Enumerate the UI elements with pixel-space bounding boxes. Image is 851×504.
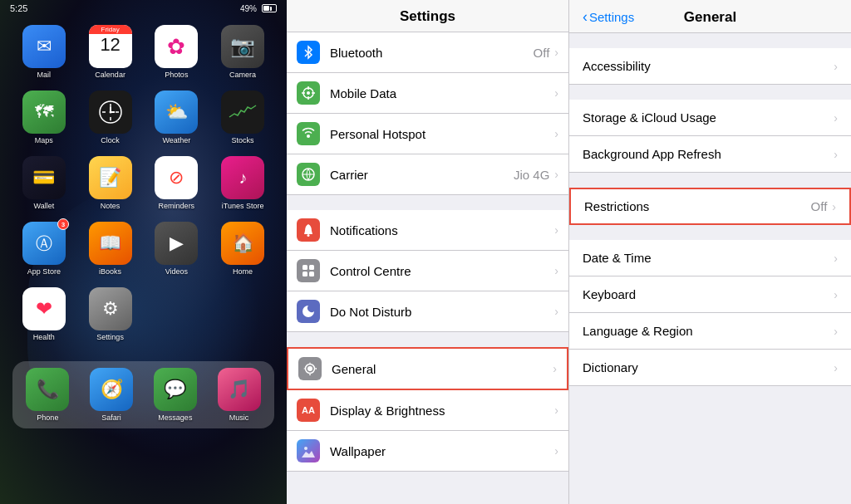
separator <box>287 195 568 210</box>
app-health[interactable]: ❤ Health <box>17 287 71 341</box>
general-row-datetime[interactable]: Date & Time › <box>569 240 851 276</box>
app-grid: ✉ Mail Friday 12 Calendar ✿ Photos 📷 Cam… <box>0 17 287 350</box>
datetime-label: Date & Time <box>583 251 834 265</box>
chevron-icon: › <box>832 200 836 213</box>
dock: 📞 Phone 🧭 Safari 💬 Messages 🎵 Music <box>12 361 274 428</box>
svg-point-25 <box>304 447 307 450</box>
app-reminders[interactable]: ⊘ Reminders <box>150 156 204 210</box>
restrictions-value: Off <box>811 199 828 213</box>
app-home[interactable]: 🏠 Home <box>215 222 270 276</box>
app-mail[interactable]: ✉ Mail <box>17 25 71 79</box>
donotdisturb-label: Do Not Disturb <box>330 305 554 319</box>
controlcentre-label: Control Centre <box>330 264 554 278</box>
battery-icon <box>262 4 277 12</box>
donotdisturb-icon <box>297 300 320 323</box>
settings-row-carrier[interactable]: Carrier Jio 4G › <box>287 154 568 195</box>
status-time: 5:25 <box>10 3 27 13</box>
settings-row-notifications[interactable]: Notifications › <box>287 210 568 251</box>
chevron-icon: › <box>834 288 838 301</box>
hotspot-icon <box>297 122 320 145</box>
bluetooth-label: Bluetooth <box>330 46 534 60</box>
carrier-value: Jio 4G <box>514 168 549 182</box>
svg-point-9 <box>307 91 310 95</box>
language-label: Language & Region <box>583 324 834 338</box>
app-maps[interactable]: 🗺 Maps <box>17 91 71 144</box>
status-bar: 5:25 49% <box>0 0 287 17</box>
separator <box>569 173 851 188</box>
general-row-dictionary[interactable]: Dictionary › <box>569 350 851 386</box>
back-label: Settings <box>589 10 634 24</box>
mobiledata-icon <box>297 81 320 105</box>
dock-safari[interactable]: 🧭 Safari <box>83 368 140 422</box>
storage-label: Storage & iCloud Usage <box>583 110 834 125</box>
settings-title: Settings <box>400 8 455 24</box>
settings-section-network: Bluetooth Off › Mobile Data › <box>287 32 568 195</box>
settings-row-displaybrightness[interactable]: AA Display & Brightness › <box>287 390 568 431</box>
chevron-icon: › <box>834 361 838 374</box>
svg-rect-21 <box>309 272 314 276</box>
general-row-keyboard[interactable]: Keyboard › <box>569 276 851 313</box>
controlcentre-icon <box>297 259 320 282</box>
chevron-icon: › <box>553 362 557 375</box>
app-itunes[interactable]: ♪ iTunes Store <box>215 156 270 210</box>
carrier-icon <box>297 163 320 186</box>
restrictions-row[interactable]: Restrictions Off › <box>569 188 851 225</box>
chevron-icon: › <box>554 168 558 181</box>
svg-point-17 <box>307 234 310 237</box>
general-icon <box>298 357 322 380</box>
settings-row-bluetooth[interactable]: Bluetooth Off › <box>287 32 568 73</box>
app-calendar[interactable]: Friday 12 Calendar <box>83 25 138 79</box>
app-wallet[interactable]: 💳 Wallet <box>17 156 71 210</box>
app-clock[interactable]: Clock <box>83 91 138 144</box>
general-row-accessibility[interactable]: Accessibility › <box>569 48 851 85</box>
dock-messages[interactable]: 💬 Messages <box>147 368 204 422</box>
svg-rect-19 <box>309 265 314 270</box>
chevron-icon: › <box>554 444 558 458</box>
settings-row-wallpaper[interactable]: Wallpaper › <box>287 431 568 472</box>
settings-row-controlcentre[interactable]: Control Centre › <box>287 251 568 291</box>
general-row-backgroundrefresh[interactable]: Background App Refresh › <box>569 136 851 173</box>
app-weather[interactable]: ⛅ Weather <box>150 91 204 144</box>
app-videos[interactable]: ▶ Videos <box>150 222 204 276</box>
chevron-icon: › <box>554 223 558 237</box>
settings-row-general[interactable]: General › <box>287 347 568 390</box>
backgroundrefresh-label: Background App Refresh <box>583 147 834 161</box>
svg-point-7 <box>109 111 111 114</box>
notifications-label: Notifications <box>330 223 554 237</box>
separator <box>569 33 851 48</box>
svg-rect-20 <box>303 272 307 276</box>
wallpaper-label: Wallpaper <box>330 444 554 458</box>
settings-row-mobiledata[interactable]: Mobile Data › <box>287 73 568 114</box>
mobiledata-label: Mobile Data <box>330 86 554 100</box>
bluetooth-icon <box>297 41 320 64</box>
app-ibooks[interactable]: 📖 iBooks <box>83 222 138 276</box>
svg-point-24 <box>308 367 312 371</box>
app-appstore[interactable]: Ⓐ 3 App Store <box>17 222 71 276</box>
displaybrightness-label: Display & Brightness <box>330 404 554 418</box>
settings-row-donotdisturb[interactable]: Do Not Disturb › <box>287 291 568 332</box>
chevron-icon: › <box>834 148 838 161</box>
svg-rect-18 <box>303 265 307 270</box>
app-camera[interactable]: 📷 Camera <box>215 25 270 79</box>
dock-music[interactable]: 🎵 Music <box>210 368 268 422</box>
chevron-icon: › <box>834 60 838 73</box>
general-label: General <box>332 362 553 376</box>
app-settings[interactable]: ⚙ Settings <box>83 287 138 341</box>
general-header: ‹ Settings General <box>569 0 851 33</box>
general-row-language[interactable]: Language & Region › <box>569 313 851 350</box>
accessibility-label: Accessibility <box>583 59 834 73</box>
app-notes[interactable]: 📝 Notes <box>83 156 138 210</box>
back-button[interactable]: ‹ Settings <box>583 8 634 26</box>
back-chevron-icon: ‹ <box>583 8 588 26</box>
general-row-storage[interactable]: Storage & iCloud Usage › <box>569 100 851 136</box>
separator <box>569 85 851 100</box>
app-photos[interactable]: ✿ Photos <box>150 25 204 79</box>
wallpaper-icon <box>297 439 320 462</box>
keyboard-label: Keyboard <box>583 287 834 301</box>
settings-row-hotspot[interactable]: Personal Hotspot › <box>287 114 568 154</box>
settings-section-display: General › AA Display & Brightness › Wall… <box>287 347 568 472</box>
notifications-icon <box>297 218 320 242</box>
dock-phone[interactable]: 📞 Phone <box>19 368 76 422</box>
app-stocks[interactable]: Stocks <box>215 91 270 144</box>
carrier-label: Carrier <box>330 168 514 182</box>
